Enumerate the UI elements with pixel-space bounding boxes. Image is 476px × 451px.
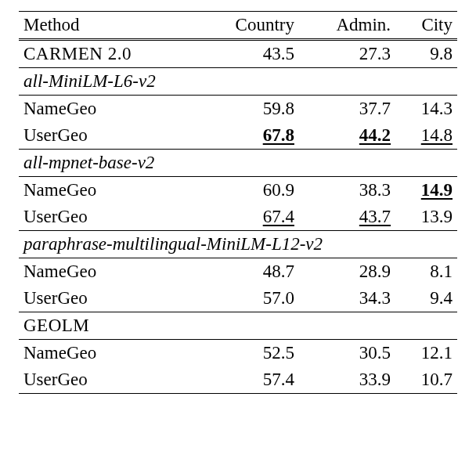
table-head: Method Country Admin. City [19,12,457,40]
admin-cell: 44.2 [299,122,395,150]
country-cell: 57.4 [196,366,299,394]
group-header: all-mpnet-base-v2 [19,150,457,177]
table-row: NameGeo 52.5 30.5 12.1 [19,340,457,367]
admin-cell: 37.7 [299,96,395,123]
admin-cell: 38.3 [299,177,395,204]
country-cell: 57.0 [196,285,299,312]
table-row: NameGeo 60.9 38.3 14.9 [19,177,457,204]
admin-cell: 43.7 [299,204,395,231]
country-cell: 48.7 [196,258,299,286]
city-cell: 9.8 [395,40,457,68]
col-country: Country [196,12,299,40]
group-header: paraphrase-multilingual-MiniLM-L12-v2 [19,231,457,258]
admin-cell: 33.9 [299,366,395,394]
admin-cell: 34.3 [299,285,395,312]
city-cell: 8.1 [395,258,457,286]
admin-cell: 27.3 [299,40,395,68]
city-cell: 14.9 [395,177,457,204]
table-wrapper: Method Country Admin. City CARMEN 2.0 43… [0,0,476,394]
col-city: City [395,12,457,40]
table-row: NameGeo 48.7 28.9 8.1 [19,258,457,286]
admin-cell: 30.5 [299,340,395,367]
method-cell: NameGeo [19,96,196,123]
group-header-row: all-mpnet-base-v2 [19,150,457,177]
table-row: CARMEN 2.0 43.5 27.3 9.8 [19,40,457,68]
method-cell: NameGeo [19,340,196,367]
country-cell: 52.5 [196,340,299,367]
group-header: GEOLM [19,312,457,340]
city-cell: 14.3 [395,96,457,123]
city-cell: 13.9 [395,204,457,231]
results-table: Method Country Admin. City CARMEN 2.0 43… [19,11,457,394]
method-label: CARMEN 2.0 [23,44,132,63]
group-header-row: paraphrase-multilingual-MiniLM-L12-v2 [19,231,457,258]
country-cell: 43.5 [196,40,299,68]
country-cell: 67.4 [196,204,299,231]
group-header-row: GEOLM [19,312,457,340]
country-cell: 59.8 [196,96,299,123]
method-cell: NameGeo [19,258,196,286]
city-cell: 9.4 [395,285,457,312]
header-row: Method Country Admin. City [19,12,457,40]
method-cell: UserGeo [19,122,196,150]
col-admin: Admin. [299,12,395,40]
table-row: NameGeo 59.8 37.7 14.3 [19,96,457,123]
col-method: Method [19,12,196,40]
method-cell: NameGeo [19,177,196,204]
table-row: UserGeo 57.4 33.9 10.7 [19,366,457,394]
method-cell: UserGeo [19,366,196,394]
city-cell: 10.7 [395,366,457,394]
table-row: UserGeo 67.8 44.2 14.8 [19,122,457,150]
method-cell: CARMEN 2.0 [19,40,196,68]
method-cell: UserGeo [19,204,196,231]
table-body: CARMEN 2.0 43.5 27.3 9.8 all-MiniLM-L6-v… [19,40,457,394]
city-cell: 12.1 [395,340,457,367]
method-cell: UserGeo [19,285,196,312]
table-row: UserGeo 67.4 43.7 13.9 [19,204,457,231]
group-header-row: all-MiniLM-L6-v2 [19,68,457,96]
country-cell: 60.9 [196,177,299,204]
city-cell: 14.8 [395,122,457,150]
group-header: all-MiniLM-L6-v2 [19,68,457,96]
country-cell: 67.8 [196,122,299,150]
table-row: UserGeo 57.0 34.3 9.4 [19,285,457,312]
admin-cell: 28.9 [299,258,395,286]
